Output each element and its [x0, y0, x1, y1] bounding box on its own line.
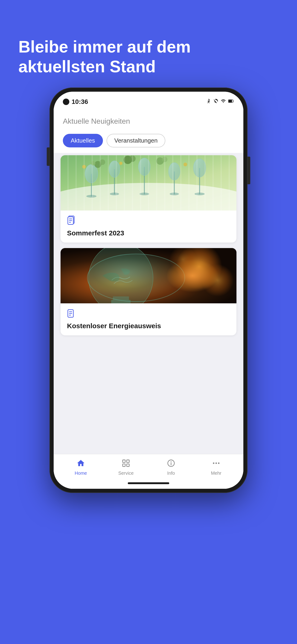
- hero-section: Bleibe immer auf dem aktuellsten Stand: [18, 37, 278, 77]
- app-header: Aktuelle Neuigkeiten: [54, 108, 243, 130]
- card-energieausweis[interactable]: Kostenloser Energieausweis: [60, 248, 236, 335]
- nav-label-service: Service: [118, 470, 134, 476]
- nav-item-info[interactable]: Info: [148, 459, 194, 476]
- svg-point-26: [82, 165, 86, 168]
- battery-icon: [228, 98, 234, 105]
- svg-point-11: [138, 158, 150, 176]
- card-title-energie: Kostenloser Energieausweis: [67, 322, 161, 330]
- sommerfest-image: [60, 155, 236, 210]
- svg-rect-43: [111, 300, 130, 303]
- phone-screen: 10:36: [54, 92, 243, 489]
- mute-icon: [214, 98, 218, 105]
- svg-point-41: [89, 248, 153, 303]
- svg-rect-52: [127, 464, 129, 466]
- svg-point-17: [194, 159, 206, 177]
- hero-title: Bleibe immer auf dem aktuellsten Stand: [18, 37, 278, 77]
- nav-label-mehr: Mehr: [211, 470, 222, 476]
- home-icon: [76, 459, 85, 469]
- document-icon-2: [67, 308, 230, 320]
- bottom-navigation: Home Service: [54, 454, 243, 480]
- svg-point-23: [129, 156, 136, 162]
- grid-icon: [122, 459, 130, 469]
- status-icons: [206, 98, 234, 105]
- status-bar: 10:36: [54, 92, 243, 108]
- svg-point-40: [169, 248, 197, 274]
- svg-point-25: [162, 156, 168, 162]
- svg-point-9: [110, 192, 119, 195]
- svg-rect-49: [123, 460, 125, 462]
- svg-point-20: [100, 160, 105, 165]
- status-left: 10:36: [63, 98, 88, 106]
- nav-label-info: Info: [167, 470, 175, 476]
- document-icon-1: [67, 215, 230, 227]
- svg-point-12: [140, 192, 149, 195]
- svg-rect-1: [228, 100, 232, 102]
- svg-point-19: [94, 161, 101, 168]
- svg-rect-2: [60, 155, 236, 210]
- svg-rect-44: [113, 296, 129, 300]
- svg-rect-13: [174, 171, 175, 194]
- svg-point-39: [202, 264, 234, 296]
- info-icon: [167, 459, 176, 469]
- nav-label-home: Home: [74, 470, 87, 476]
- app-content: Aktuelle Neuigkeiten Aktuelles Veranstal…: [54, 108, 243, 489]
- filter-tabs: Aktuelles Veranstaltungen: [54, 130, 243, 153]
- svg-point-56: [213, 462, 214, 464]
- bluetooth-icon: [206, 98, 211, 105]
- section-title: Aktuelle Neuigkeiten: [63, 117, 130, 125]
- home-indicator-bar: [128, 482, 169, 484]
- svg-rect-7: [114, 169, 115, 194]
- tab-veranstaltungen[interactable]: Veranstaltungen: [106, 134, 166, 148]
- wifi-icon: [221, 98, 226, 105]
- card-sommerfest[interactable]: Sommerfest 2023: [60, 155, 236, 242]
- svg-point-15: [170, 192, 179, 195]
- card-title-sommerfest: Sommerfest 2023: [67, 229, 124, 237]
- svg-rect-16: [199, 168, 200, 194]
- tab-aktuelles[interactable]: Aktuelles: [63, 134, 103, 148]
- svg-point-8: [109, 161, 120, 177]
- svg-rect-50: [127, 460, 129, 462]
- energieausweis-image: [60, 248, 236, 303]
- nav-item-home[interactable]: Home: [58, 459, 103, 476]
- svg-point-22: [124, 156, 132, 164]
- svg-point-14: [168, 162, 180, 180]
- svg-rect-4: [91, 174, 92, 197]
- svg-rect-51: [123, 464, 125, 466]
- svg-point-3: [60, 183, 236, 210]
- phone-mockup: 10:36: [50, 88, 248, 493]
- card-body-sommerfest: Sommerfest 2023: [60, 210, 236, 242]
- svg-point-27: [119, 162, 122, 165]
- svg-point-58: [218, 462, 220, 464]
- card-body-energie: Kostenloser Energieausweis: [60, 303, 236, 335]
- more-icon: [212, 459, 220, 469]
- cards-container: Sommerfest 2023: [54, 153, 243, 454]
- status-time: 10:36: [72, 98, 88, 106]
- camera-dot: [63, 98, 69, 105]
- svg-point-21: [91, 161, 96, 166]
- svg-point-57: [216, 462, 217, 464]
- svg-rect-10: [144, 167, 145, 194]
- svg-point-18: [194, 192, 205, 195]
- home-indicator: [54, 480, 243, 489]
- svg-point-28: [184, 162, 187, 166]
- nav-item-service[interactable]: Service: [103, 459, 148, 476]
- nav-item-mehr[interactable]: Mehr: [194, 459, 239, 476]
- svg-point-5: [85, 164, 98, 183]
- phone-outer-frame: 10:36: [50, 88, 248, 493]
- svg-point-6: [86, 195, 96, 198]
- svg-point-24: [156, 157, 164, 165]
